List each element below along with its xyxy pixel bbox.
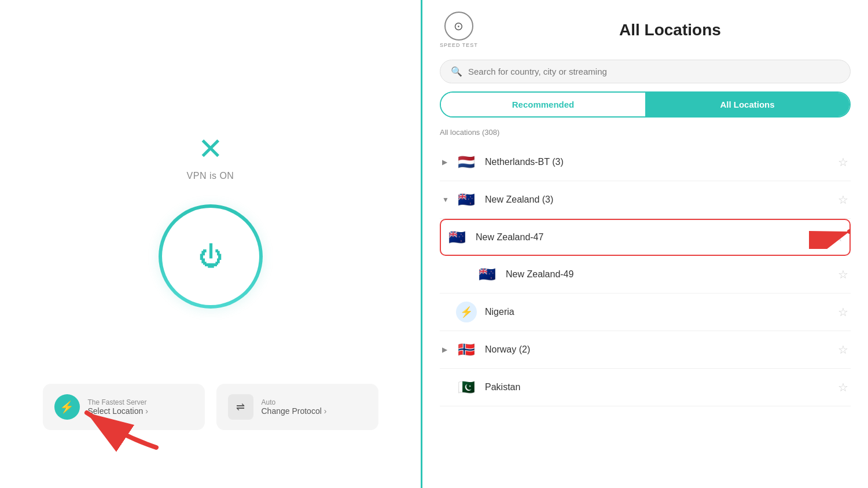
- location-card-text: The Fastest Server Select Location ›: [88, 398, 148, 416]
- protocol-chevron-icon: ›: [324, 406, 327, 416]
- speed-test-circle: ⊙: [444, 12, 473, 41]
- location-name-norway: Norway (2): [485, 344, 838, 355]
- power-icon: ⏻: [198, 243, 223, 270]
- close-x-icon[interactable]: ✕: [198, 134, 223, 164]
- location-icon-wrap: ⚡: [54, 394, 80, 420]
- tab-recommended[interactable]: Recommended: [441, 93, 645, 116]
- location-name-pakistan: Pakistan: [485, 382, 838, 392]
- flag-nz-47: 🇳🇿: [447, 227, 468, 248]
- right-header: ⊙ SPEED TEST All Locations: [440, 12, 851, 48]
- favorite-star-pakistan[interactable]: ☆: [838, 380, 848, 394]
- protocol-card-text: Auto Change Protocol ›: [262, 398, 327, 416]
- protocol-card-label: Auto: [262, 398, 327, 406]
- vpn-status-text: VPN is ON: [187, 171, 234, 181]
- location-name-netherlands-bt: Netherlands-BT (3): [485, 157, 838, 167]
- flag-nigeria: ⚡: [456, 302, 477, 322]
- locations-count: All locations (308): [440, 123, 851, 141]
- search-bar[interactable]: 🔍: [440, 60, 851, 83]
- protocol-title-text: Change Protocol: [262, 406, 322, 416]
- location-card-title: Select Location ›: [88, 406, 148, 416]
- location-item-nigeria[interactable]: ▶ ⚡ Nigeria ☆: [440, 293, 851, 331]
- protocol-icon: ⇌: [236, 401, 245, 413]
- speed-test-label: SPEED TEST: [440, 42, 478, 48]
- search-icon: 🔍: [451, 66, 462, 77]
- favorite-star-nz[interactable]: ☆: [838, 193, 848, 207]
- favorite-star-nz-47[interactable]: ☆: [833, 230, 844, 244]
- location-item-new-zealand[interactable]: ▼ 🇳🇿 New Zealand (3) ☆: [440, 181, 851, 219]
- page-title: All Locations: [490, 21, 851, 39]
- expand-arrow-norway: ▶: [442, 346, 450, 354]
- location-item-netherlands-bt[interactable]: ▶ 🇳🇱 Netherlands-BT (3) ☆: [440, 144, 851, 181]
- bottom-cards: ⚡ The Fastest Server Select Location › ⇌…: [43, 384, 378, 430]
- tab-all-locations[interactable]: All Locations: [645, 93, 849, 116]
- right-panel: ⊙ SPEED TEST All Locations 🔍 Recommended…: [422, 0, 868, 488]
- flag-netherlands: 🇳🇱: [456, 152, 477, 173]
- speed-test-widget[interactable]: ⊙ SPEED TEST: [440, 12, 478, 48]
- location-item-pakistan[interactable]: ▶ 🇵🇰 Pakistan ☆: [440, 369, 851, 406]
- favorite-star-nz-49[interactable]: ☆: [838, 267, 848, 281]
- location-name-nz-49: New Zealand-49: [506, 269, 838, 280]
- location-card-label: The Fastest Server: [88, 398, 148, 406]
- location-name-nigeria: Nigeria: [485, 307, 838, 317]
- select-location-card[interactable]: ⚡ The Fastest Server Select Location ›: [43, 384, 205, 430]
- location-chevron-icon: ›: [145, 406, 148, 416]
- flag-nz-49: 🇳🇿: [477, 264, 498, 285]
- location-item-norway[interactable]: ▶ 🇳🇴 Norway (2) ☆: [440, 331, 851, 369]
- power-button[interactable]: ⏻: [159, 204, 263, 309]
- location-tabs: Recommended All Locations: [440, 91, 851, 118]
- speedometer-icon: ⊙: [454, 19, 464, 33]
- favorite-star-nigeria[interactable]: ☆: [838, 305, 848, 319]
- favorite-star-norway[interactable]: ☆: [838, 343, 848, 357]
- protocol-card-title: Change Protocol ›: [262, 406, 327, 416]
- favorite-star-netherlands[interactable]: ☆: [838, 155, 848, 169]
- expand-arrow-icon: ▶: [442, 158, 450, 166]
- flag-pakistan: 🇵🇰: [456, 377, 477, 398]
- protocol-icon-wrap: ⇌: [228, 394, 253, 420]
- expand-arrow-nz-icon: ▼: [442, 196, 450, 204]
- search-input[interactable]: [468, 67, 840, 76]
- location-name-nz-47: New Zealand-47: [476, 232, 833, 243]
- flag-norway: 🇳🇴: [456, 339, 477, 360]
- change-protocol-card[interactable]: ⇌ Auto Change Protocol ›: [216, 384, 378, 430]
- locations-list: ▶ 🇳🇱 Netherlands-BT (3) ☆ ▼ 🇳🇿 New Zeala…: [440, 144, 851, 476]
- location-name-new-zealand: New Zealand (3): [485, 195, 838, 205]
- left-panel: ✕ VPN is ON ⏻ ⚡ The Fastest Server Selec…: [0, 0, 422, 488]
- location-title-text: Select Location: [88, 406, 144, 416]
- location-item-nz-49[interactable]: 🇳🇿 New Zealand-49 ☆: [440, 256, 851, 293]
- location-item-nz-47[interactable]: 🇳🇿 New Zealand-47 ☆: [440, 219, 851, 256]
- flag-new-zealand: 🇳🇿: [456, 189, 477, 210]
- lightning-icon: ⚡: [60, 400, 74, 414]
